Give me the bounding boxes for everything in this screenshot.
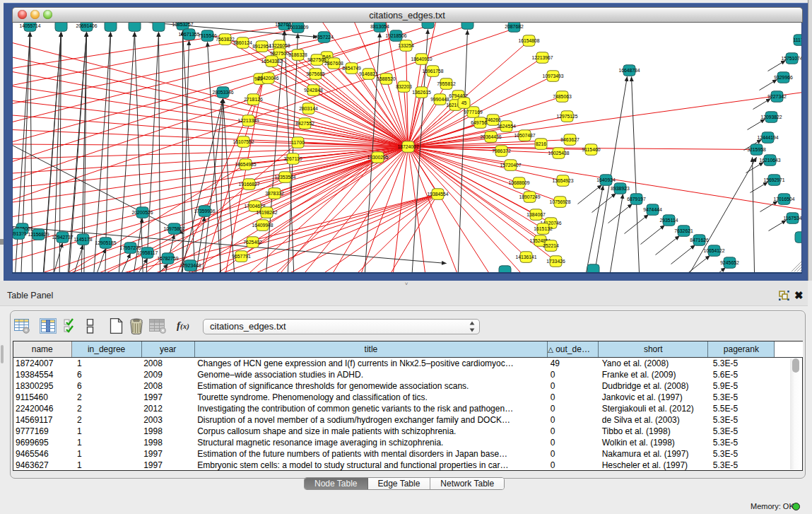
svg-text:2803144: 2803144	[299, 105, 318, 110]
svg-text:17016504: 17016504	[773, 196, 794, 201]
svg-text:19218506: 19218506	[385, 33, 406, 37]
svg-text:8216: 8216	[535, 141, 546, 146]
svg-text:7485063: 7485063	[553, 93, 572, 98]
svg-text:1588520: 1588520	[377, 76, 396, 81]
svg-text:16543382: 16543382	[261, 58, 282, 63]
svg-text:15692971: 15692971	[763, 177, 784, 182]
svg-text:16154808: 16154808	[518, 37, 539, 42]
svg-text:17359936: 17359936	[194, 208, 215, 213]
svg-text:8454749: 8454749	[342, 65, 361, 70]
svg-text:3215958: 3215958	[747, 146, 766, 151]
svg-text:7625402: 7625402	[243, 239, 262, 244]
svg-text:20691406: 20691406	[76, 23, 97, 28]
svg-text:1640934: 1640934	[596, 177, 616, 182]
svg-text:7515546: 7515546	[198, 33, 217, 37]
svg-text:11172: 11172	[793, 37, 802, 42]
svg-text:2087682: 2087682	[505, 23, 524, 28]
svg-text:13654923: 13654923	[552, 177, 573, 182]
svg-text:7986372: 7986372	[492, 148, 511, 153]
svg-text:3878332: 3878332	[265, 190, 284, 195]
svg-text:18724007: 18724007	[397, 144, 418, 148]
svg-text:19166827: 19166827	[238, 181, 259, 186]
svg-text:3267110: 3267110	[283, 156, 302, 160]
svg-text:8471626: 8471626	[690, 237, 709, 242]
svg-text:10973493: 10973493	[542, 73, 563, 78]
svg-text:19384554: 19384554	[427, 191, 448, 196]
svg-text:10671355: 10671355	[178, 31, 199, 36]
svg-text:7357224: 7357224	[314, 34, 334, 39]
svg-text:10025438: 10025438	[548, 150, 569, 155]
svg-text:7632621: 7632621	[674, 228, 693, 233]
svg-text:15751074: 15751074	[781, 55, 802, 60]
svg-text:832203: 832203	[396, 83, 412, 88]
svg-text:16033809: 16033809	[287, 24, 308, 29]
svg-text:8813054: 8813054	[370, 23, 389, 28]
svg-text:12923448: 12923448	[180, 262, 201, 267]
svg-text:9329966: 9329966	[774, 74, 793, 79]
svg-text:9827500: 9827500	[270, 50, 289, 55]
svg-text:1733426: 1733426	[546, 258, 565, 263]
svg-text:10756928: 10756928	[549, 199, 570, 204]
svg-text:12156829: 12156829	[28, 231, 49, 236]
svg-text:12093822: 12093822	[760, 114, 782, 119]
svg-text:9227342: 9227342	[767, 93, 787, 98]
svg-text:3913?1: 3913?1	[13, 230, 27, 235]
svg-text:12942737: 12942737	[52, 234, 73, 239]
svg-text:746266: 746266	[485, 117, 501, 122]
svg-text:16782759: 16782759	[157, 255, 178, 260]
svg-text:16648784: 16648784	[618, 67, 640, 72]
svg-text:133254: 133254	[398, 42, 414, 47]
svg-text:18907249: 18907249	[519, 194, 540, 199]
svg-text:8938923: 8938923	[611, 185, 630, 190]
svg-text:18640910: 18640910	[411, 56, 432, 61]
svg-text:8186328: 8186328	[288, 52, 307, 57]
svg-text:9474444: 9474444	[643, 206, 662, 211]
svg-text:20364436: 20364436	[480, 134, 501, 139]
svg-text:12353584: 12353584	[274, 174, 295, 179]
svg-text:3624554: 3624554	[497, 123, 516, 128]
svg-text:9242848: 9242848	[304, 87, 323, 92]
svg-text:12213389: 12213389	[237, 117, 259, 122]
svg-text:8860124: 8860124	[233, 40, 252, 45]
svg-text:17957275: 17957275	[119, 245, 141, 250]
svg-text:10958117: 10958117	[136, 250, 158, 255]
svg-text:1145178: 1145178	[73, 236, 92, 241]
svg-text:9990448: 9990448	[430, 96, 449, 101]
svg-text:14198242: 14198242	[256, 209, 277, 214]
svg-text:14055714: 14055714	[19, 23, 40, 28]
svg-text:45: 45	[461, 100, 466, 105]
svg-text:9777169: 9777169	[464, 109, 483, 114]
svg-text:9245652: 9245652	[720, 259, 739, 264]
svg-text:13226058: 13226058	[269, 42, 290, 47]
svg-text:7563822: 7563822	[216, 36, 235, 41]
svg-text:10975867: 10975867	[163, 226, 184, 230]
svg-text:16210643: 16210643	[759, 157, 780, 162]
svg-text:12213967: 12213967	[531, 54, 553, 59]
svg-text:1615132: 1615132	[534, 226, 553, 230]
svg-text:14136141: 14136141	[515, 254, 536, 259]
svg-text:9827508: 9827508	[307, 57, 326, 62]
svg-text:16107552: 16107552	[233, 139, 254, 144]
svg-text:7955812: 7955812	[437, 81, 456, 86]
svg-text:1167534: 1167534	[783, 215, 801, 220]
svg-text:16409948: 16409948	[252, 222, 273, 227]
svg-text:6879197: 6879197	[627, 196, 646, 201]
svg-text:2867608: 2867608	[324, 60, 343, 65]
svg-text:9146821: 9146821	[359, 71, 378, 76]
svg-text:9115460: 9115460	[582, 146, 600, 151]
svg-text:11700: 11700	[291, 139, 305, 144]
svg-text:10853257: 10853257	[172, 23, 193, 27]
svg-text:15720407: 15720407	[500, 162, 521, 167]
svg-text:252214: 252214	[543, 243, 559, 247]
svg-text:10688609: 10688609	[508, 180, 529, 185]
svg-text:16961758: 16961758	[422, 68, 443, 73]
svg-text:12905185: 12905185	[95, 240, 116, 245]
svg-text:12975125: 12975125	[556, 113, 577, 118]
svg-text:3675685: 3675685	[306, 71, 325, 76]
svg-text:10507487: 10507487	[514, 132, 535, 137]
svg-text:8427552: 8427552	[295, 120, 314, 125]
svg-text:9657791: 9657791	[232, 253, 251, 258]
svg-text:10654122: 10654122	[703, 247, 724, 252]
svg-text:2935114: 2935114	[659, 217, 678, 222]
svg-text:12444194: 12444194	[757, 134, 778, 139]
